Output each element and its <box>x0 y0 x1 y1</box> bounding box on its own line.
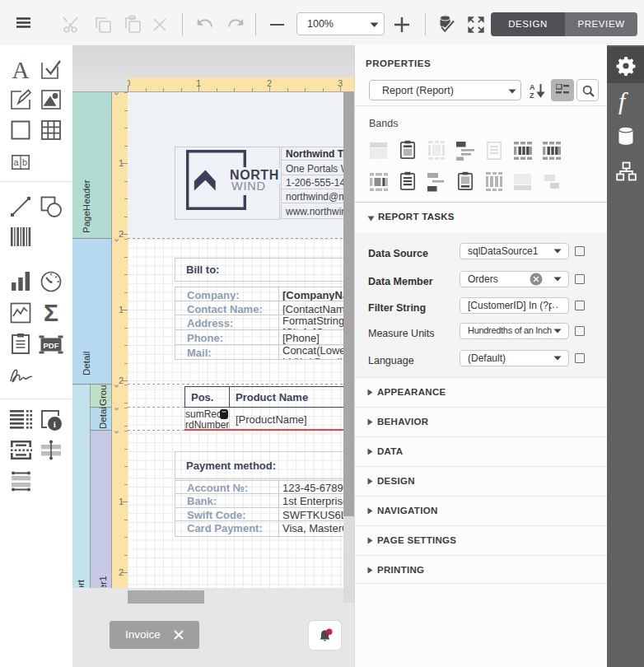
svg-text:b: b <box>22 157 27 167</box>
svg-text:i: i <box>54 419 56 429</box>
svg-text:PDF: PDF <box>44 341 59 350</box>
svg-text:a: a <box>14 157 20 167</box>
svg-text:A: A <box>530 83 535 91</box>
svg-text:Z: Z <box>530 91 534 100</box>
